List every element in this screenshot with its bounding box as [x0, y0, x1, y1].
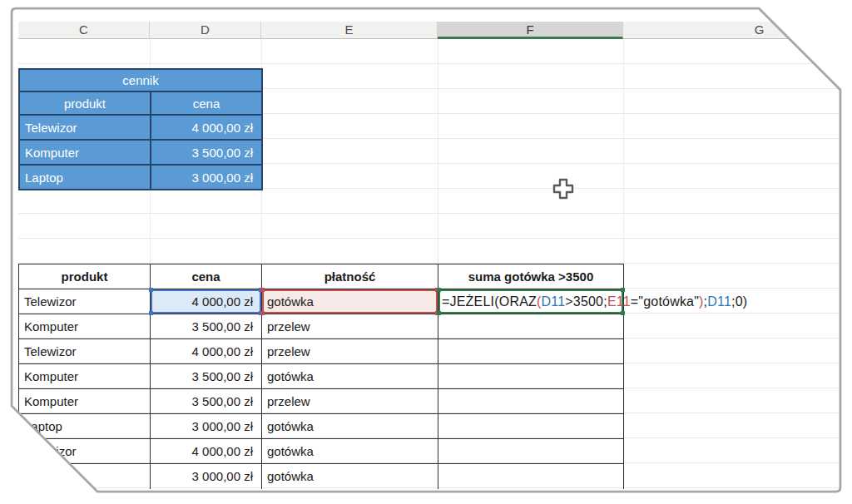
cell-platnosc[interactable]: gotówka: [262, 464, 438, 489]
cell-suma[interactable]: [438, 464, 624, 489]
cell-produkt[interactable]: Telewizor: [19, 289, 151, 314]
cell-platnosc[interactable]: przelew: [262, 389, 438, 414]
cell-produkt[interactable]: Komputer: [19, 389, 151, 414]
range-handle[interactable]: [260, 288, 265, 292]
cell-suma[interactable]: [438, 389, 624, 414]
cell-produkt[interactable]: [19, 464, 151, 489]
cell-suma[interactable]: [438, 314, 624, 339]
active-cell-handle[interactable]: [621, 311, 625, 315]
referenced-cell-e11[interactable]: gotówka: [262, 289, 438, 314]
cennik-cell-produkt[interactable]: Telewizor: [19, 115, 151, 140]
cell-suma[interactable]: [438, 439, 624, 464]
referenced-cell-d11[interactable]: 4 000,00 zł: [151, 289, 262, 314]
cell-value: 4 000,00 zł: [192, 294, 253, 309]
cennik-cell-cena[interactable]: 3 500,00 zł: [151, 140, 262, 165]
cennik-title-cell[interactable]: cennik: [19, 69, 262, 91]
cell-platnosc[interactable]: przelew: [262, 314, 438, 339]
active-cell-handle[interactable]: [437, 288, 441, 292]
payments-table: produkt cena płatność suma gotówka >3500…: [18, 264, 624, 489]
cell-platnosc[interactable]: przelew: [262, 339, 438, 364]
cell-cena[interactable]: 4 000,00 zł: [151, 439, 262, 464]
cell-value: gotówka: [267, 294, 314, 309]
column-header-d[interactable]: D: [150, 22, 261, 39]
active-cell-handle[interactable]: [437, 311, 441, 315]
cell-produkt[interactable]: Telewizor: [19, 339, 151, 364]
cell-cena[interactable]: 3 000,00 zł: [151, 414, 262, 439]
cell-produkt[interactable]: Komputer: [19, 364, 151, 389]
range-handle[interactable]: [149, 288, 153, 292]
cell-produkt[interactable]: Komputer: [19, 314, 151, 339]
active-cell-handle[interactable]: [621, 288, 625, 292]
payments-header-produkt[interactable]: produkt: [19, 264, 151, 289]
cennik-cell-cena[interactable]: 3 000,00 zł: [151, 165, 262, 190]
formula-text: =JEŻELI(ORAZ(D11>3500;E11="gotówka");D11…: [442, 294, 747, 309]
cell-suma[interactable]: [438, 339, 624, 364]
cell-platnosc[interactable]: gotówka: [262, 414, 438, 439]
cennik-table: cennik produkt cena Telewizor 4 000,00 z…: [18, 68, 263, 190]
payments-header-cena[interactable]: cena: [151, 264, 262, 289]
cell-suma[interactable]: [438, 414, 624, 439]
column-headers: C D E F G: [18, 22, 852, 39]
active-formula-cell-f11[interactable]: =JEŻELI(ORAZ(D11>3500;E11="gotówka");D11…: [438, 289, 624, 314]
sheet-area: C D E F G cennik produkt cena Telewizor …: [0, 0, 852, 504]
payments-header-suma[interactable]: suma gotówka >3500: [438, 264, 624, 289]
spreadsheet-screenshot: C D E F G cennik produkt cena Telewizor …: [0, 0, 852, 504]
cell-cena[interactable]: 3 500,00 zł: [151, 314, 262, 339]
column-header-f-active[interactable]: F: [438, 22, 623, 39]
cell-platnosc[interactable]: gotówka: [262, 364, 438, 389]
cell-cena[interactable]: 3 500,00 zł: [151, 389, 262, 414]
cennik-header-cena[interactable]: cena: [151, 91, 262, 115]
column-header-g[interactable]: G: [623, 22, 852, 39]
cell-platnosc[interactable]: gotówka: [262, 439, 438, 464]
cennik-header-produkt[interactable]: produkt: [19, 91, 151, 115]
column-header-c[interactable]: C: [18, 22, 150, 39]
cennik-cell-cena[interactable]: 4 000,00 zł: [151, 115, 262, 140]
range-handle[interactable]: [260, 311, 265, 315]
cell-produkt[interactable]: Laptop: [19, 414, 151, 439]
cennik-cell-produkt[interactable]: Komputer: [19, 140, 151, 165]
cell-cena[interactable]: 3 000,00 zł: [151, 464, 262, 489]
cell-suma[interactable]: [438, 364, 624, 389]
cell-cena[interactable]: 3 500,00 zł: [151, 364, 262, 389]
cennik-cell-produkt[interactable]: Laptop: [19, 165, 151, 190]
column-header-e[interactable]: E: [261, 22, 438, 39]
cell-produkt[interactable]: Telewizor: [19, 439, 151, 464]
range-handle[interactable]: [149, 311, 153, 315]
payments-header-platnosc[interactable]: płatność: [262, 264, 438, 289]
cell-cena[interactable]: 4 000,00 zł: [151, 339, 262, 364]
